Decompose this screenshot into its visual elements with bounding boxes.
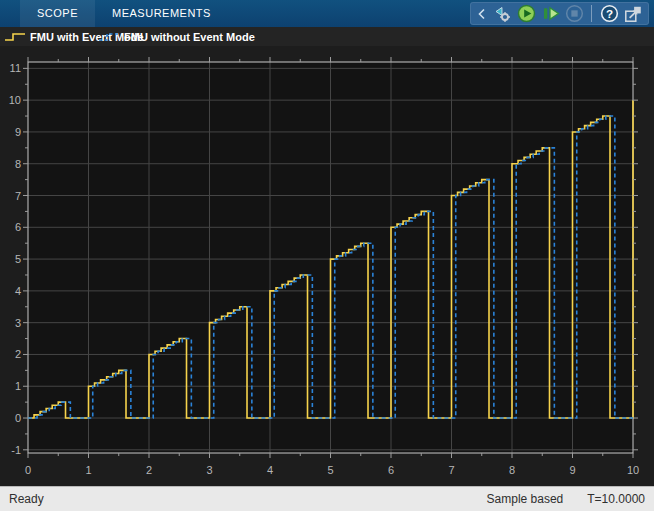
x-tick-label: 1 <box>85 464 91 476</box>
simulation-step-options-button[interactable] <box>491 4 513 24</box>
toolstrip: SCOPE MEASUREMENTS <box>0 0 654 27</box>
legend-line-solid-icon <box>4 31 26 43</box>
y-tick-label: 4 <box>15 285 21 297</box>
step-forward-icon <box>541 4 560 23</box>
x-tick-label: 0 <box>25 464 31 476</box>
toolbar-separator <box>591 5 592 22</box>
stop-button[interactable] <box>563 4 585 24</box>
legend: FMU with Event Mode FMU without Event Mo… <box>0 27 654 46</box>
undock-button[interactable] <box>622 4 644 24</box>
run-icon <box>517 4 536 23</box>
tab-bar: SCOPE MEASUREMENTS <box>0 0 228 27</box>
y-tick-label: 3 <box>15 317 21 329</box>
x-tick-label: 6 <box>388 464 394 476</box>
y-tick-label: 10 <box>9 94 21 106</box>
undock-icon <box>623 4 643 24</box>
y-tick-label: 1 <box>15 380 21 392</box>
svg-text:?: ? <box>605 7 612 20</box>
step-back-gear-icon <box>493 5 511 23</box>
status-sample-mode: Sample based <box>487 492 564 506</box>
y-tick-label: 2 <box>15 348 21 360</box>
y-tick-label: 8 <box>15 158 21 170</box>
y-tick-label: 5 <box>15 253 21 265</box>
quick-access-toolbar: ? <box>470 2 649 25</box>
help-button[interactable]: ? <box>598 4 620 24</box>
collapse-toolbar-button[interactable] <box>475 4 489 24</box>
x-tick-label: 7 <box>448 464 454 476</box>
x-tick-label: 8 <box>509 464 515 476</box>
x-tick-label: 5 <box>327 464 333 476</box>
status-bar: Ready Sample based T=10.0000 <box>0 486 654 511</box>
legend-line-dashed-icon <box>98 31 120 43</box>
x-tick-label: 2 <box>146 464 152 476</box>
y-tick-label: 7 <box>15 190 21 202</box>
legend-label: FMU without Event Mode <box>124 31 255 43</box>
x-tick-label: 3 <box>206 464 212 476</box>
help-icon: ? <box>600 4 619 23</box>
chevron-left-icon <box>475 5 489 23</box>
y-tick-label: -1 <box>11 444 21 456</box>
status-sim-time: T=10.0000 <box>587 492 645 506</box>
tab-measurements[interactable]: MEASUREMENTS <box>95 0 228 27</box>
status-ready: Ready <box>9 492 44 506</box>
y-tick-label: 9 <box>15 126 21 138</box>
stop-icon <box>565 4 584 23</box>
y-tick-label: 0 <box>15 412 21 424</box>
scope-plot[interactable]: 012345678910-101234567891011 <box>0 46 654 486</box>
scope-window: SCOPE MEASUREMENTS <box>0 0 654 511</box>
y-tick-label: 6 <box>15 221 21 233</box>
x-tick-label: 10 <box>627 464 639 476</box>
run-button[interactable] <box>515 4 537 24</box>
legend-item-fmu-without-event-mode[interactable]: FMU without Event Mode <box>98 27 255 46</box>
x-tick-label: 9 <box>569 464 575 476</box>
plot-figure: 012345678910-101234567891011 <box>0 46 654 486</box>
y-tick-label: 11 <box>10 62 21 74</box>
x-tick-label: 4 <box>267 464 273 476</box>
step-forward-button[interactable] <box>539 4 561 24</box>
tab-scope[interactable]: SCOPE <box>20 0 95 27</box>
